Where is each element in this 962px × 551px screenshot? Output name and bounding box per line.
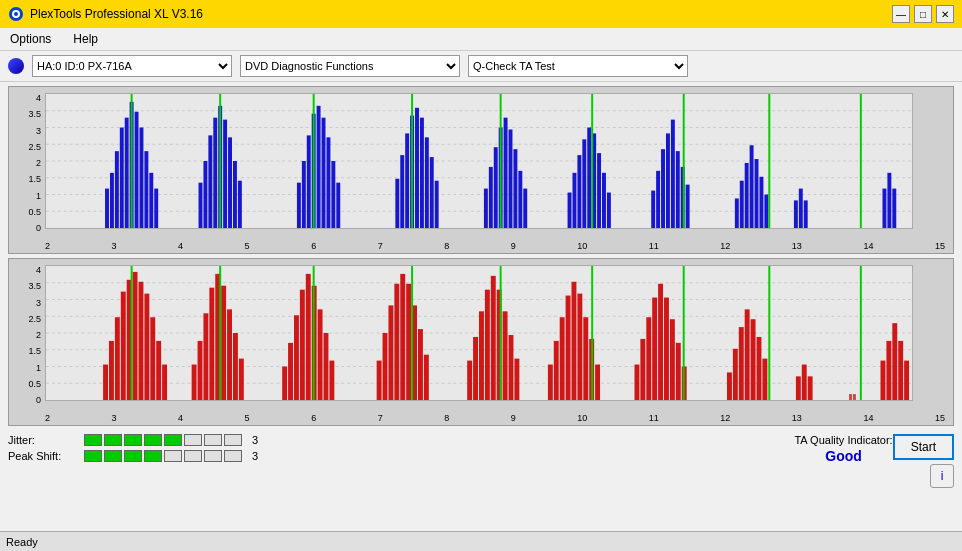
svg-rect-16: [135, 112, 139, 228]
minimize-button[interactable]: —: [892, 5, 910, 23]
ta-quality-value: Good: [794, 448, 892, 464]
svg-rect-155: [548, 365, 553, 400]
svg-point-2: [14, 12, 18, 16]
svg-rect-76: [676, 151, 680, 228]
svg-rect-39: [331, 161, 335, 228]
test-select[interactable]: Q-Check TA Test: [468, 55, 688, 77]
svg-rect-27: [223, 120, 227, 228]
svg-rect-88: [794, 200, 798, 228]
svg-rect-47: [420, 118, 424, 228]
charts-container: 4 3.5 3 2.5 2 1.5 1 0.5 0: [0, 82, 962, 430]
svg-rect-54: [494, 147, 498, 228]
svg-rect-62: [572, 173, 576, 228]
svg-rect-113: [162, 365, 167, 400]
svg-rect-176: [733, 349, 738, 400]
drive-select[interactable]: HA:0 ID:0 PX-716A: [32, 55, 232, 77]
peakshift-row: Peak Shift: 3: [8, 450, 754, 462]
svg-rect-120: [221, 286, 226, 400]
svg-rect-125: [282, 367, 287, 401]
bottom-chart-svg: [46, 266, 912, 400]
svg-rect-145: [467, 361, 472, 400]
jitter-value: 3: [252, 434, 268, 446]
svg-rect-34: [307, 135, 311, 228]
svg-rect-146: [473, 337, 478, 400]
svg-rect-135: [377, 361, 382, 400]
svg-rect-117: [203, 313, 208, 400]
bottom-chart-x-axis: 23456789101112131415: [45, 413, 945, 423]
svg-rect-58: [513, 149, 517, 228]
svg-rect-157: [560, 317, 565, 400]
close-button[interactable]: ✕: [936, 5, 954, 23]
svg-rect-169: [658, 284, 663, 400]
svg-rect-85: [759, 177, 763, 228]
svg-rect-36: [317, 106, 321, 228]
svg-rect-131: [318, 309, 323, 400]
svg-rect-123: [239, 359, 244, 400]
svg-rect-53: [489, 167, 493, 228]
svg-rect-163: [595, 365, 600, 400]
svg-rect-89: [799, 189, 803, 228]
svg-rect-73: [661, 149, 665, 228]
svg-rect-136: [383, 333, 388, 400]
svg-rect-180: [757, 337, 762, 400]
svg-rect-20: [154, 189, 158, 228]
menu-help[interactable]: Help: [67, 30, 104, 48]
svg-rect-24: [208, 135, 212, 228]
svg-rect-56: [504, 118, 508, 228]
maximize-button[interactable]: □: [914, 5, 932, 23]
svg-rect-80: [735, 198, 739, 228]
svg-rect-14: [125, 118, 129, 228]
bottom-chart-inner: [45, 265, 913, 401]
svg-rect-30: [238, 181, 242, 228]
svg-rect-122: [233, 333, 238, 400]
svg-rect-78: [686, 185, 690, 228]
svg-rect-177: [739, 327, 744, 400]
device-icon: [8, 58, 24, 74]
peak-seg-7: [204, 450, 222, 462]
svg-rect-186: [849, 394, 852, 400]
svg-rect-93: [887, 173, 891, 228]
peakshift-value: 3: [252, 450, 268, 462]
svg-rect-75: [671, 120, 675, 228]
svg-rect-165: [634, 365, 639, 400]
svg-rect-193: [904, 361, 909, 400]
svg-rect-68: [602, 173, 606, 228]
svg-rect-22: [199, 183, 203, 228]
svg-rect-179: [751, 319, 756, 400]
svg-rect-46: [415, 108, 419, 228]
svg-rect-65: [587, 128, 591, 229]
svg-rect-148: [485, 290, 490, 400]
svg-rect-153: [514, 359, 519, 400]
menu-options[interactable]: Options: [4, 30, 57, 48]
jitter-seg-3: [124, 434, 142, 446]
svg-rect-74: [666, 133, 670, 228]
svg-rect-71: [651, 191, 655, 228]
svg-rect-106: [121, 292, 126, 400]
svg-rect-175: [727, 372, 732, 400]
svg-rect-143: [424, 355, 429, 400]
svg-rect-140: [406, 284, 411, 400]
info-button[interactable]: i: [930, 464, 954, 488]
svg-rect-10: [105, 189, 109, 228]
svg-rect-61: [568, 193, 572, 228]
svg-rect-190: [886, 341, 891, 400]
function-select[interactable]: DVD Diagnostic Functions: [240, 55, 460, 77]
svg-rect-116: [198, 341, 203, 400]
svg-rect-139: [400, 274, 405, 400]
svg-rect-109: [139, 282, 144, 400]
peak-seg-1: [84, 450, 102, 462]
peakshift-label: Peak Shift:: [8, 450, 78, 462]
svg-rect-103: [103, 365, 108, 400]
start-button[interactable]: Start: [893, 434, 954, 460]
jitter-seg-2: [104, 434, 122, 446]
ta-quality-label: TA Quality Indicator:: [794, 434, 892, 446]
svg-rect-112: [156, 341, 161, 400]
svg-rect-167: [646, 317, 651, 400]
top-chart-svg: [46, 94, 912, 228]
svg-rect-138: [394, 284, 399, 400]
peak-seg-6: [184, 450, 202, 462]
svg-rect-23: [203, 161, 207, 228]
svg-rect-90: [804, 200, 808, 228]
svg-rect-94: [892, 189, 896, 228]
window-title: PlexTools Professional XL V3.16: [30, 7, 203, 21]
